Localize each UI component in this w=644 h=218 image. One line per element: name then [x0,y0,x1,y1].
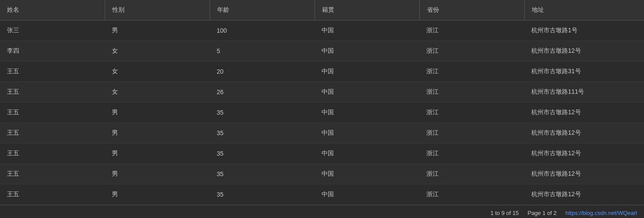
cell-origin: 中国 [315,41,419,61]
cell-age: 35 [210,184,315,205]
cell-origin: 中国 [315,61,419,82]
pagination-info: 1 to 9 of 15 [490,210,519,216]
data-table: 姓名 性别 年龄 籍贯 省份 地址 张三男100中国浙江杭州市古墩路1号李四女5… [0,0,644,205]
cell-province: 浙江 [419,164,524,184]
cell-province: 浙江 [419,123,524,143]
cell-age: 35 [210,164,315,184]
column-header-gender: 性别 [105,0,210,20]
cell-name: 王五 [0,123,105,143]
cell-address: 杭州市古墩路1号 [524,20,644,41]
cell-province: 浙江 [419,184,524,205]
table-header-row: 姓名 性别 年龄 籍贯 省份 地址 [0,0,644,20]
cell-province: 浙江 [419,143,524,164]
cell-age: 5 [210,41,315,61]
cell-gender: 女 [105,41,210,61]
cell-province: 浙江 [419,20,524,41]
cell-address: 杭州市古墩路31号 [524,61,644,82]
cell-address: 杭州市古墩路12号 [524,164,644,184]
table-container: 姓名 性别 年龄 籍贯 省份 地址 张三男100中国浙江杭州市古墩路1号李四女5… [0,0,644,205]
cell-name: 李四 [0,41,105,61]
table-row: 王五男35中国浙江杭州市古墩路12号 [0,102,644,123]
cell-name: 王五 [0,61,105,82]
cell-address: 杭州市古墩路111号 [524,82,644,102]
cell-gender: 男 [105,164,210,184]
table-row: 王五男35中国浙江杭州市古墩路12号 [0,164,644,184]
cell-gender: 男 [105,143,210,164]
cell-age: 35 [210,143,315,164]
cell-origin: 中国 [315,82,419,102]
cell-age: 26 [210,82,315,102]
cell-province: 浙江 [419,102,524,123]
column-header-origin: 籍贯 [315,0,419,20]
cell-address: 杭州市古墩路12号 [524,143,644,164]
table-row: 王五男35中国浙江杭州市古墩路12号 [0,143,644,164]
cell-name: 王五 [0,143,105,164]
table-row: 李四女5中国浙江杭州市古墩路12号 [0,41,644,61]
table-row: 王五男35中国浙江杭州市古墩路12号 [0,184,644,205]
table-row: 王五女20中国浙江杭州市古墩路31号 [0,61,644,82]
url-info: https://blog.csdn.net/WQearl [565,210,637,216]
table-row: 张三男100中国浙江杭州市古墩路1号 [0,20,644,41]
table-footer: 1 to 9 of 15 Page 1 of 2 https://blog.cs… [0,205,644,218]
cell-province: 浙江 [419,61,524,82]
cell-address: 杭州市古墩路12号 [524,123,644,143]
column-header-address: 地址 [524,0,644,20]
cell-gender: 男 [105,184,210,205]
cell-address: 杭州市古墩路12号 [524,184,644,205]
cell-gender: 男 [105,102,210,123]
cell-gender: 男 [105,20,210,41]
cell-name: 张三 [0,20,105,41]
cell-origin: 中国 [315,164,419,184]
cell-address: 杭州市古墩路12号 [524,41,644,61]
cell-origin: 中国 [315,143,419,164]
table-row: 王五女26中国浙江杭州市古墩路111号 [0,82,644,102]
cell-age: 35 [210,123,315,143]
cell-origin: 中国 [315,102,419,123]
cell-province: 浙江 [419,41,524,61]
cell-name: 王五 [0,184,105,205]
column-header-province: 省份 [419,0,524,20]
cell-address: 杭州市古墩路12号 [524,102,644,123]
cell-name: 王五 [0,164,105,184]
column-header-name: 姓名 [0,0,105,20]
cell-age: 35 [210,102,315,123]
cell-age: 100 [210,20,315,41]
table-row: 王五男35中国浙江杭州市古墩路12号 [0,123,644,143]
cell-name: 王五 [0,102,105,123]
cell-gender: 男 [105,123,210,143]
cell-origin: 中国 [315,123,419,143]
cell-province: 浙江 [419,82,524,102]
column-header-age: 年龄 [210,0,315,20]
cell-gender: 女 [105,61,210,82]
cell-age: 20 [210,61,315,82]
page-info: Page 1 of 2 [527,210,557,216]
cell-origin: 中国 [315,184,419,205]
cell-origin: 中国 [315,20,419,41]
cell-gender: 女 [105,82,210,102]
cell-name: 王五 [0,82,105,102]
